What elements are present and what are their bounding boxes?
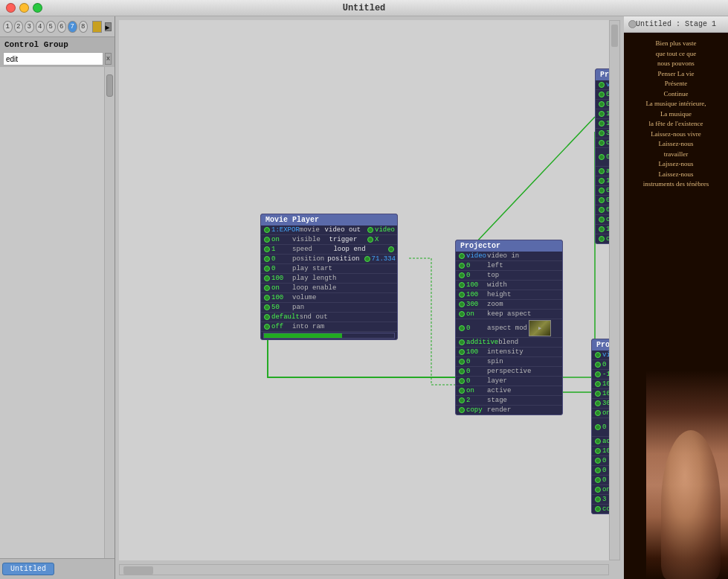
port-in[interactable] bbox=[595, 506, 601, 512]
port-in[interactable] bbox=[599, 140, 605, 146]
node-row: 0 layer bbox=[592, 476, 609, 485]
canvas-vscrollbar[interactable] bbox=[609, 20, 620, 560]
num-btn-3[interactable]: 3 bbox=[25, 21, 34, 33]
search-input[interactable] bbox=[3, 52, 103, 65]
stage-content: Bien plus vaste que tout ce que nous pou… bbox=[624, 33, 728, 579]
search-clear-button[interactable]: x bbox=[105, 53, 112, 65]
port-in[interactable] bbox=[459, 397, 465, 403]
num-btn-5[interactable]: 5 bbox=[46, 21, 56, 33]
arrow-icon[interactable]: ▶ bbox=[105, 22, 112, 31]
num-btn-6[interactable]: 6 bbox=[57, 21, 67, 33]
port-in[interactable] bbox=[595, 352, 601, 358]
port-in[interactable] bbox=[459, 253, 465, 259]
port-in[interactable] bbox=[599, 188, 605, 193]
port-in[interactable] bbox=[599, 92, 605, 97]
v-scroll-handle[interactable] bbox=[611, 25, 618, 47]
port-in[interactable] bbox=[599, 82, 605, 88]
port-in[interactable] bbox=[459, 359, 465, 365]
port-in[interactable] bbox=[595, 424, 601, 430]
port-in[interactable] bbox=[459, 339, 465, 345]
port-in[interactable] bbox=[459, 292, 465, 298]
port-in[interactable] bbox=[459, 388, 465, 394]
num-btn-8[interactable]: 8 bbox=[79, 21, 88, 33]
port-in[interactable] bbox=[264, 266, 270, 272]
node-row: copy render bbox=[596, 234, 609, 243]
port-in[interactable] bbox=[595, 477, 601, 483]
port-out[interactable] bbox=[367, 227, 373, 233]
port-in[interactable] bbox=[264, 237, 270, 243]
minimize-button[interactable] bbox=[19, 3, 29, 13]
port-in[interactable] bbox=[264, 285, 270, 291]
port-in[interactable] bbox=[599, 178, 605, 184]
port-in[interactable] bbox=[264, 275, 270, 281]
port-in[interactable] bbox=[264, 256, 270, 262]
num-btn-1[interactable]: 1 bbox=[3, 21, 13, 33]
port-in[interactable] bbox=[595, 371, 601, 377]
port-in[interactable] bbox=[599, 154, 605, 160]
port-in[interactable] bbox=[459, 407, 465, 413]
projector2-node: Projector video video in 0 left 0 top bbox=[455, 240, 563, 415]
port-in[interactable] bbox=[599, 121, 605, 127]
port-in[interactable] bbox=[595, 487, 601, 493]
port-in[interactable] bbox=[595, 400, 601, 406]
port-in[interactable] bbox=[264, 324, 270, 330]
port-in[interactable] bbox=[595, 410, 601, 416]
port-in[interactable] bbox=[459, 325, 465, 331]
port-in[interactable] bbox=[599, 226, 605, 232]
stage-close-button[interactable] bbox=[628, 20, 637, 28]
node-row: video video in bbox=[596, 80, 609, 90]
port-in[interactable] bbox=[595, 496, 601, 502]
port-in[interactable] bbox=[599, 236, 605, 242]
port-in[interactable] bbox=[595, 362, 601, 368]
node-row: 0 layer bbox=[456, 377, 562, 386]
node-row: 100 height bbox=[592, 389, 609, 399]
port-in[interactable] bbox=[595, 381, 601, 387]
port-out[interactable] bbox=[364, 256, 370, 262]
num-btn-2[interactable]: 2 bbox=[14, 21, 24, 33]
node-row: 0 perspective bbox=[596, 196, 609, 205]
port-in[interactable] bbox=[599, 217, 605, 223]
port-in[interactable] bbox=[459, 368, 465, 374]
port-in[interactable] bbox=[459, 378, 465, 384]
port-in[interactable] bbox=[459, 263, 465, 269]
port-in[interactable] bbox=[264, 314, 270, 320]
port-in[interactable] bbox=[595, 438, 601, 444]
untitled-tab[interactable]: Untitled bbox=[2, 563, 54, 575]
port-in[interactable] bbox=[599, 130, 605, 136]
port-in[interactable] bbox=[595, 391, 601, 397]
port-in[interactable] bbox=[264, 295, 270, 301]
num-btn-4[interactable]: 4 bbox=[36, 21, 45, 33]
canvas-hscrollbar[interactable] bbox=[119, 564, 609, 575]
port-in[interactable] bbox=[599, 111, 605, 117]
port-in[interactable] bbox=[459, 349, 465, 355]
num-btn-7[interactable]: 7 bbox=[68, 21, 77, 33]
port-in[interactable] bbox=[599, 168, 605, 174]
port-in[interactable] bbox=[459, 272, 465, 278]
port-in[interactable] bbox=[264, 227, 270, 233]
icon-button[interactable] bbox=[92, 21, 102, 33]
port-in[interactable] bbox=[595, 448, 601, 454]
scrollbar-handle[interactable] bbox=[106, 74, 113, 97]
node-row: 100 intensity bbox=[592, 447, 609, 456]
port-in[interactable] bbox=[599, 101, 605, 107]
port-in[interactable] bbox=[595, 467, 601, 473]
port-in[interactable] bbox=[459, 311, 465, 317]
window-controls[interactable] bbox=[6, 3, 42, 13]
node-row: 0 aspect mod ▶ bbox=[592, 418, 609, 437]
canvas-area[interactable]: Movie Player 1:EXPOR movie video out vid… bbox=[115, 16, 624, 579]
port-in[interactable] bbox=[595, 458, 601, 464]
port-out[interactable] bbox=[367, 237, 373, 243]
node-row: 0 top bbox=[456, 271, 562, 281]
port-out[interactable] bbox=[388, 246, 394, 252]
close-button[interactable] bbox=[6, 3, 16, 13]
port-in[interactable] bbox=[459, 282, 465, 288]
h-scroll-handle[interactable] bbox=[123, 566, 153, 575]
port-in[interactable] bbox=[599, 197, 605, 203]
left-scrollbar[interactable] bbox=[104, 67, 115, 558]
port-in[interactable] bbox=[459, 301, 465, 307]
node-row: video video in bbox=[592, 351, 609, 360]
port-in[interactable] bbox=[264, 304, 270, 310]
maximize-button[interactable] bbox=[33, 3, 42, 13]
port-in[interactable] bbox=[264, 246, 270, 252]
port-in[interactable] bbox=[599, 207, 605, 213]
